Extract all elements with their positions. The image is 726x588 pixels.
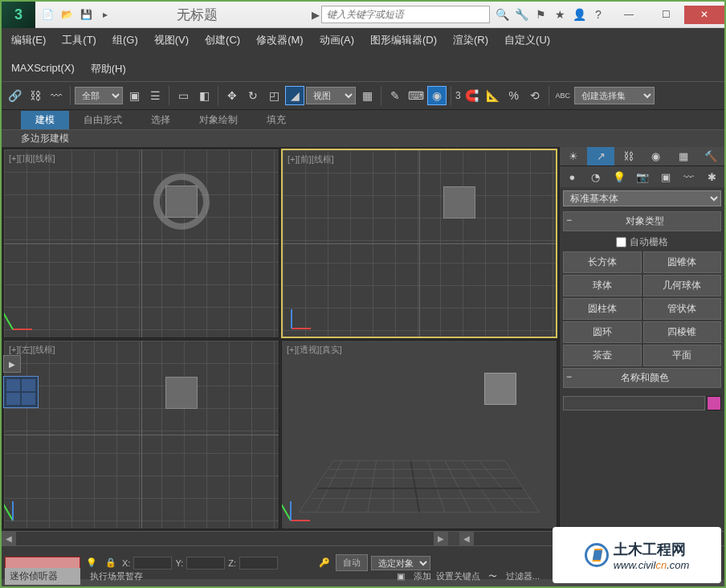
flag-icon[interactable]: ⚑ xyxy=(532,6,549,23)
addtime-icon[interactable]: ▣ xyxy=(393,568,409,584)
cmd-tab-hierarchy-icon[interactable]: ⛓ xyxy=(614,147,642,165)
qat-open-icon[interactable]: 📂 xyxy=(58,6,75,23)
maximize-button[interactable]: ☐ xyxy=(647,6,684,24)
search-input[interactable] xyxy=(321,6,490,23)
object-name-input[interactable] xyxy=(563,396,705,410)
signin-icon[interactable]: 👤 xyxy=(570,6,588,23)
window-cross-icon[interactable]: ◧ xyxy=(194,86,214,105)
cmd-tab-utilities-icon[interactable]: 🔨 xyxy=(697,147,724,165)
rollout-object-type[interactable]: −对象类型 xyxy=(563,211,721,231)
spinner-snap-icon[interactable]: ⟲ xyxy=(525,86,544,105)
help-icon[interactable]: ? xyxy=(589,6,607,23)
manip-icon[interactable]: ✎ xyxy=(385,86,405,105)
primitive-button[interactable]: 几何球体 xyxy=(643,275,722,296)
timeline-left-icon[interactable]: ◀ xyxy=(2,532,16,545)
geom-icon[interactable]: ● xyxy=(561,168,583,186)
menu-item[interactable]: 图形编辑器(D) xyxy=(370,33,437,47)
viewcube-front[interactable] xyxy=(443,186,475,218)
primitive-button[interactable]: 圆锥体 xyxy=(643,251,722,273)
timeline-track[interactable] xyxy=(16,532,434,545)
keyfilter-icon[interactable]: 〜 xyxy=(485,568,501,584)
cmd-tab-motion-icon[interactable]: ◉ xyxy=(642,147,670,165)
select-name-icon[interactable]: ☰ xyxy=(145,86,165,105)
percent-snap-icon[interactable]: % xyxy=(504,86,524,105)
viewport-label[interactable]: [+][前][线框] xyxy=(288,153,334,165)
viewport-label[interactable]: [+][左][线框] xyxy=(9,344,55,356)
binocular-icon[interactable]: 🔍 xyxy=(493,6,511,23)
select-icon[interactable]: ▣ xyxy=(124,86,144,105)
lights-icon[interactable]: 💡 xyxy=(608,168,630,186)
rollout-name-color[interactable]: −名称和颜色 xyxy=(563,368,721,388)
primitive-button[interactable]: 球体 xyxy=(563,275,642,296)
helpers-icon[interactable]: ▣ xyxy=(655,168,676,186)
viewport-top[interactable]: [+][顶][线框] xyxy=(3,149,279,338)
menu-item[interactable]: 帮助(H) xyxy=(91,62,126,76)
systems-icon[interactable]: ✱ xyxy=(701,168,723,186)
viewcube-left[interactable] xyxy=(165,377,198,409)
link-icon[interactable]: 🔗 xyxy=(5,86,24,105)
ribbon-tab[interactable]: 选择 xyxy=(137,111,185,129)
category-dropdown[interactable]: 标准基本体 xyxy=(563,190,721,206)
timeline-left2-icon[interactable]: ◀ xyxy=(459,532,474,545)
object-color-swatch[interactable] xyxy=(707,396,721,410)
viewcube-persp[interactable] xyxy=(484,373,516,405)
minimize-button[interactable]: — xyxy=(610,6,647,24)
filter-label[interactable]: 过滤器... xyxy=(506,570,540,582)
cmd-tab-display-icon[interactable]: ▦ xyxy=(670,147,697,165)
menu-item[interactable]: 创建(C) xyxy=(205,33,240,47)
snap2d-icon[interactable]: ◉ xyxy=(427,86,447,105)
rect-select-icon[interactable]: ▭ xyxy=(173,86,193,105)
ribbon-tab[interactable]: 填充 xyxy=(252,111,300,129)
menu-item[interactable]: 视图(V) xyxy=(154,33,189,47)
menu-item[interactable]: 渲染(R) xyxy=(453,33,488,47)
abc-icon[interactable]: ABC xyxy=(553,86,573,105)
viewport-front[interactable]: [+][前][线框] xyxy=(281,149,557,338)
refcoord-dropdown[interactable]: 视图 xyxy=(306,87,356,104)
viewport-label[interactable]: [+][透视][真实] xyxy=(287,344,342,356)
nav-expand-button[interactable]: ▶ xyxy=(3,355,21,373)
primitive-button[interactable]: 四棱锥 xyxy=(643,321,722,343)
angle-snap-icon[interactable]: 📐 xyxy=(483,86,503,105)
move-icon[interactable]: ✥ xyxy=(222,86,242,105)
menu-item[interactable]: 组(G) xyxy=(112,33,138,47)
snap3-icon[interactable]: 🧲 xyxy=(463,86,482,105)
viewport-perspective[interactable]: [+][透视][真实] xyxy=(281,340,557,529)
cmd-tab-create-icon[interactable]: ☀ xyxy=(560,147,587,165)
spacewarps-icon[interactable]: 〰 xyxy=(678,168,699,186)
search-arrow-icon[interactable]: ▶ xyxy=(312,9,320,21)
cmd-tab-modify-icon[interactable]: ↗ xyxy=(587,147,614,165)
viewcube-top[interactable] xyxy=(165,186,198,218)
qat-new-icon[interactable]: 📄 xyxy=(39,6,56,23)
rotate-icon[interactable]: ↻ xyxy=(243,86,263,105)
z-input[interactable] xyxy=(239,557,278,570)
close-button[interactable]: ✕ xyxy=(684,6,724,24)
x-input[interactable] xyxy=(133,557,172,570)
unlink-icon[interactable]: ⛓ xyxy=(26,86,45,105)
y-input[interactable] xyxy=(186,557,225,570)
ribbon-tab[interactable]: 自由形式 xyxy=(69,111,137,129)
star-icon[interactable]: ★ xyxy=(551,6,569,23)
primitive-button[interactable]: 长方体 xyxy=(563,251,642,273)
keyboard-icon[interactable]: ⌨ xyxy=(406,86,426,105)
ribbon-tab[interactable]: 对象绘制 xyxy=(185,111,252,129)
bind-icon[interactable]: 〰 xyxy=(47,86,66,105)
cameras-icon[interactable]: 📷 xyxy=(631,168,653,186)
named-set-dropdown[interactable]: 创建选择集 xyxy=(574,87,655,104)
viewport-layout-thumb[interactable] xyxy=(3,376,39,408)
coord-icon[interactable]: ◢ xyxy=(285,86,304,105)
menu-item[interactable]: 自定义(U) xyxy=(504,33,550,47)
shapes-icon[interactable]: ◔ xyxy=(585,168,606,186)
viewport-label[interactable]: [+][顶][线框] xyxy=(9,153,55,165)
mini-listener[interactable]: 迷你侦听器 xyxy=(5,568,80,585)
primitive-button[interactable]: 圆柱体 xyxy=(563,298,642,320)
selection-filter-dropdown[interactable]: 全部 xyxy=(75,87,123,104)
pivot-icon[interactable]: ▦ xyxy=(357,86,377,105)
menu-item[interactable]: 编辑(E) xyxy=(11,33,46,47)
viewport-left[interactable]: [+][左][线框] xyxy=(3,340,279,529)
primitive-button[interactable]: 管状体 xyxy=(643,298,722,320)
timeline-right-icon[interactable]: ▶ xyxy=(434,532,448,545)
autogrid-checkbox[interactable] xyxy=(616,237,626,247)
primitive-button[interactable]: 圆环 xyxy=(563,321,642,343)
ribbon-tab[interactable]: 建模 xyxy=(21,111,69,129)
primitive-button[interactable]: 平面 xyxy=(643,345,722,366)
